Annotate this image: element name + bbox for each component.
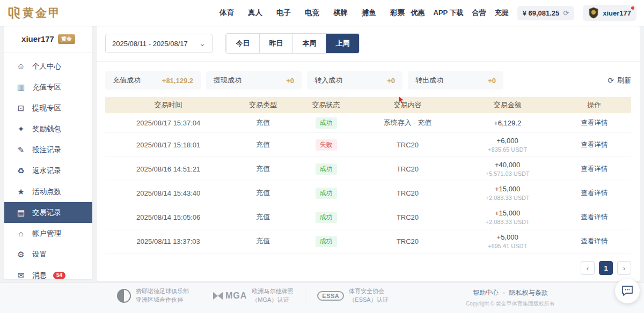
quick-link[interactable]: 合营 <box>472 8 486 18</box>
table-row: 2025/08/17 15:18:01 充值 失败 TRC20 +6,000 +… <box>105 133 631 157</box>
amount-main: +6,000 <box>458 137 558 145</box>
period-tab[interactable]: 本周 <box>292 34 326 53</box>
summary-label: 转入成功 <box>314 76 342 85</box>
cell-amount: +5,000 +695.41 USDT <box>458 233 558 249</box>
summary-value: +81,129.2 <box>162 77 193 85</box>
status-badge: 成功 <box>316 163 337 175</box>
sidebar-item[interactable]: ♻ 返水记录 <box>4 160 92 181</box>
sidebar: xiuer177 黄金 ☺ 个人中心 ▥ 充值专区 ⊡ 提现专 <box>4 26 92 279</box>
balance-pill[interactable]: ¥ 69,081.25 ⟳ <box>517 6 575 20</box>
cell-time: 2025/08/17 15:37:04 <box>105 119 231 127</box>
refresh-button[interactable]: ⟳ 刷新 <box>608 76 631 85</box>
date-range-select[interactable]: 2025/08/11 - 2025/08/17 ⌄ <box>105 34 213 53</box>
sidebar-item[interactable]: ▤ 交易记录 <box>4 202 92 223</box>
partner-logo-icon: ESSA <box>317 291 344 301</box>
username-label: xiuer177 <box>603 9 631 17</box>
sidebar-item[interactable]: ☺ 个人中心 <box>4 56 92 77</box>
date-range-value: 2025/08/11 - 2025/08/17 <box>112 40 188 48</box>
sidebar-item[interactable]: ⌂ 帐户管理 <box>4 223 92 244</box>
table-row: 2025/08/17 15:37:04 充值 成功 系统存入 - 充值 +6,1… <box>105 113 631 133</box>
cell-action: 查看详情 <box>558 140 631 150</box>
sidebar-item[interactable]: ★ 活动点数 <box>4 181 92 202</box>
period-tab[interactable]: 昨日 <box>259 34 292 53</box>
sidebar-item[interactable]: ▥ 充值专区 <box>4 77 92 98</box>
avatar-shield-icon <box>588 7 599 19</box>
live-chat-button[interactable] <box>615 279 640 303</box>
top-nav-item[interactable]: 电竞 <box>305 8 319 18</box>
quick-link[interactable]: APP 下载 <box>434 8 464 18</box>
cell-status: 成功 <box>295 163 358 175</box>
partner-line2: （MGA）认证 <box>252 296 293 303</box>
sidebar-item-icon: ✉ <box>16 271 26 280</box>
refresh-label: 刷新 <box>617 76 631 85</box>
prev-page-button[interactable]: ‹ <box>581 261 595 275</box>
help-center-link[interactable]: 帮助中心 <box>473 288 499 297</box>
period-tabs: 今日昨日本周上周 <box>225 33 360 54</box>
cell-status: 成功 <box>295 117 358 129</box>
quick-link[interactable]: 优惠 <box>411 8 425 18</box>
summary-pill: 提现成功 +0 <box>206 71 302 90</box>
sidebar-menu: ☺ 个人中心 ▥ 充值专区 ⊡ 提现专区 ✦ <box>4 53 92 289</box>
cell-content: TRC20 <box>357 237 457 245</box>
top-nav-item[interactable]: 体育 <box>219 8 234 18</box>
cell-type: 充值 <box>231 188 295 198</box>
amount-main: +6,129.2 <box>458 119 558 127</box>
view-details-link[interactable]: 查看详情 <box>581 119 608 126</box>
next-page-button[interactable]: › <box>617 261 631 275</box>
table-row: 2025/08/14 15:43:40 充值 成功 TRC20 +15,000 … <box>105 181 631 205</box>
view-details-link[interactable]: 查看详情 <box>581 213 608 221</box>
top-bar: 卯 黄金甲 体育真人电子电竞棋牌捕鱼彩票 优惠APP 下载合营充提 ¥ 69,0… <box>0 0 644 26</box>
sidebar-username: xiuer177 <box>21 34 54 43</box>
amount-main: +5,000 <box>458 233 558 241</box>
cell-time: 2025/08/16 14:51:21 <box>105 165 231 173</box>
partner-line2: 亚洲区域合作伙伴 <box>136 296 189 303</box>
view-details-link[interactable]: 查看详情 <box>581 189 608 197</box>
cell-amount: +6,000 +835.65 USDT <box>458 137 558 153</box>
top-nav-item[interactable]: 真人 <box>248 8 262 18</box>
footer-links-area: 帮助中心 › 隐私权与条款 Copyright © 黄金甲体育集团版权所有 <box>466 288 555 308</box>
table-row: 2025/08/16 14:51:21 充值 成功 TRC20 +40,000 … <box>105 157 631 181</box>
cell-action: 查看详情 <box>558 237 631 246</box>
footer-partner: ESSA 体育安全协会 （ESSA）认证 <box>305 288 400 303</box>
cell-type: 充值 <box>231 118 295 128</box>
sidebar-item[interactable]: ✦ 奖励钱包 <box>4 118 92 139</box>
sidebar-item[interactable]: ⊡ 提现专区 <box>4 98 92 118</box>
amount-usdt: +695.41 USDT <box>458 243 558 249</box>
summary-label: 提现成功 <box>214 76 241 85</box>
footer-partner: 费耶诺德足球俱乐部 亚洲区域合作伙伴 <box>105 288 201 303</box>
view-details-link[interactable]: 查看详情 <box>581 165 608 173</box>
balance-refresh-icon[interactable]: ⟳ <box>563 9 569 17</box>
top-nav-item[interactable]: 彩票 <box>390 8 405 18</box>
top-nav-item[interactable]: 棋牌 <box>333 8 348 18</box>
user-menu[interactable]: xiuer177 <box>583 5 636 21</box>
privacy-terms-link[interactable]: 隐私权与条款 <box>509 288 548 297</box>
sidebar-item[interactable]: ✎ 投注记录 <box>4 139 92 160</box>
brand-logo[interactable]: 卯 黄金甲 <box>8 5 61 20</box>
cell-type: 充值 <box>231 236 295 246</box>
summary-pill: 转入成功 +0 <box>307 71 402 90</box>
period-tab[interactable]: 上周 <box>326 34 359 53</box>
sidebar-item-icon: ♻ <box>16 166 26 176</box>
cell-time: 2025/08/17 15:18:01 <box>105 141 231 149</box>
link-separator-icon: › <box>503 290 504 296</box>
view-details-link[interactable]: 查看详情 <box>581 141 608 148</box>
cell-type: 充值 <box>231 140 295 150</box>
period-tab[interactable]: 今日 <box>226 34 259 53</box>
sidebar-item-label: 奖励钱包 <box>32 124 61 134</box>
top-nav-item[interactable]: 电子 <box>276 8 291 18</box>
top-nav-item[interactable]: 捕鱼 <box>362 8 376 18</box>
summary-label: 转出成功 <box>415 76 443 85</box>
cell-amount: +15,000 +2,083.33 USDT <box>458 209 558 225</box>
sidebar-item-label: 帐户管理 <box>32 229 61 239</box>
partner-logo-icon <box>117 289 131 303</box>
quick-link[interactable]: 充提 <box>495 8 509 18</box>
sidebar-item-label: 充值专区 <box>32 83 61 92</box>
notification-dot <box>631 6 634 10</box>
table-header: 交易时间 交易类型 交易状态 交易内容 交易金额 操作 <box>105 97 631 113</box>
view-details-link[interactable]: 查看详情 <box>581 237 608 245</box>
page-1-button[interactable]: 1 <box>599 261 613 275</box>
sidebar-item-label: 交易记录 <box>32 208 61 218</box>
footer-certifications: 费耶诺德足球俱乐部 亚洲区域合作伙伴 MGA 欧洲马尔他牌照 （MGA）认证 <box>105 288 400 303</box>
sidebar-item[interactable]: ⚙ 设置 <box>4 244 92 265</box>
sidebar-item-icon: ⊡ <box>16 103 26 113</box>
